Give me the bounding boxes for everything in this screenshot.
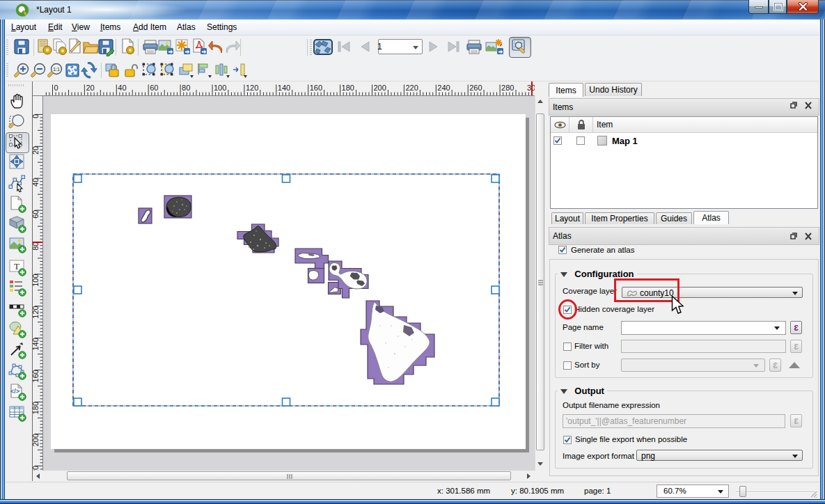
svg-text:20: 20 (86, 84, 94, 92)
svg-text:100: 100 (214, 84, 226, 92)
svg-text:100: 100 (31, 274, 40, 286)
svg-text:300: 300 (527, 84, 535, 92)
svg-text:280: 280 (501, 84, 514, 92)
svg-text:220: 220 (405, 84, 418, 92)
svg-text:80: 80 (31, 242, 40, 251)
svg-text:60: 60 (31, 210, 40, 219)
svg-text:0: 0 (54, 84, 58, 92)
svg-text:T: T (14, 261, 19, 271)
svg-text:40: 40 (118, 84, 126, 92)
svg-text:260: 260 (469, 84, 482, 92)
svg-text:200: 200 (374, 84, 386, 92)
svg-text:</>: </> (10, 388, 19, 395)
svg-text:140: 140 (31, 338, 40, 350)
svg-text:180: 180 (342, 84, 354, 92)
svg-text:240: 240 (437, 84, 450, 92)
svg-text:1:1: 1:1 (53, 67, 60, 72)
svg-text:180: 180 (31, 402, 40, 414)
svg-text:120: 120 (31, 306, 40, 318)
svg-text:20: 20 (31, 146, 40, 155)
svg-text:80: 80 (182, 84, 190, 92)
svg-text:200: 200 (31, 434, 40, 446)
svg-text:0: 0 (31, 114, 40, 118)
svg-text:160: 160 (310, 84, 322, 92)
svg-text:40: 40 (31, 178, 40, 187)
svg-text:60: 60 (150, 84, 158, 92)
svg-text:160: 160 (31, 370, 40, 382)
svg-text:140: 140 (278, 84, 290, 92)
svg-text:120: 120 (246, 84, 258, 92)
